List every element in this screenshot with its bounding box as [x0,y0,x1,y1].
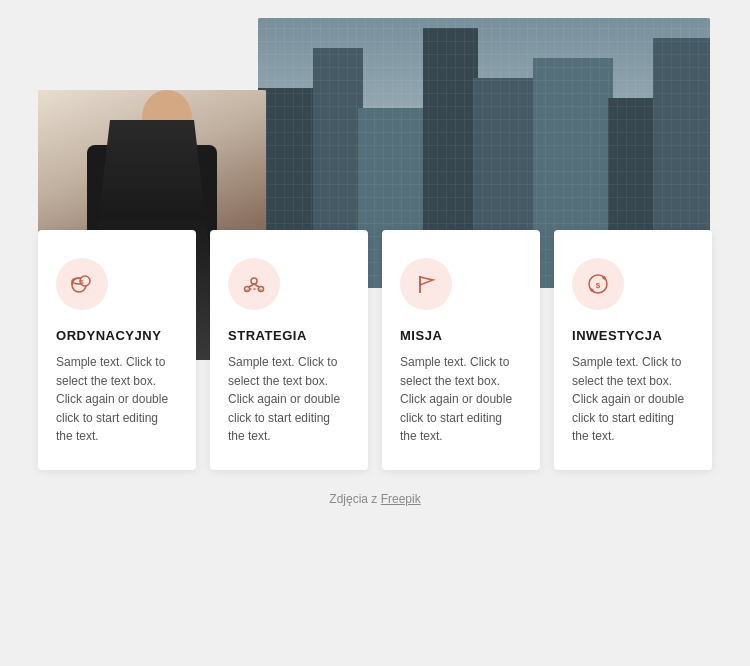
card-ordynacyjny[interactable]: $ ORDYNACYJNY Sample text. Click to sele… [38,230,196,470]
card-title-inwestycja: INWESTYCJA [572,328,694,343]
card-icon-inwestycja: $ [572,258,624,310]
coins-icon: $ [69,271,95,297]
footer-credit: Zdjęcia z Freepik [0,492,750,518]
card-misja[interactable]: MISJA Sample text. Click to select the t… [382,230,540,470]
card-strategia[interactable]: × × STRATEGIA Sample text. Click to sele… [210,230,368,470]
freepik-link[interactable]: Freepik [381,492,421,506]
investment-icon: $ [585,271,611,297]
svg-text:$: $ [596,281,601,290]
card-inwestycja[interactable]: $ INWESTYCJA Sample text. Click to selec… [554,230,712,470]
card-title-ordynacyjny: ORDYNACYJNY [56,328,178,343]
card-text-ordynacyjny: Sample text. Click to select the text bo… [56,353,178,446]
card-icon-strategia: × × [228,258,280,310]
card-title-strategia: STRATEGIA [228,328,350,343]
credit-prefix: Zdjęcia z [329,492,380,506]
svg-text:×: × [246,287,249,293]
flag-icon [413,271,439,297]
svg-point-6 [251,278,257,284]
card-icon-ordynacyjny: $ [56,258,108,310]
card-icon-misja [400,258,452,310]
card-text-misja: Sample text. Click to select the text bo… [400,353,522,446]
svg-line-9 [249,284,254,287]
card-text-inwestycja: Sample text. Click to select the text bo… [572,353,694,446]
page: $ ORDYNACYJNY Sample text. Click to sele… [0,0,750,666]
svg-text:×: × [260,287,263,293]
card-title-misja: MISJA [400,328,522,343]
card-text-strategia: Sample text. Click to select the text bo… [228,353,350,446]
strategy-icon: × × [241,271,267,297]
svg-line-10 [254,284,259,287]
cards-section: $ ORDYNACYJNY Sample text. Click to sele… [0,230,750,470]
